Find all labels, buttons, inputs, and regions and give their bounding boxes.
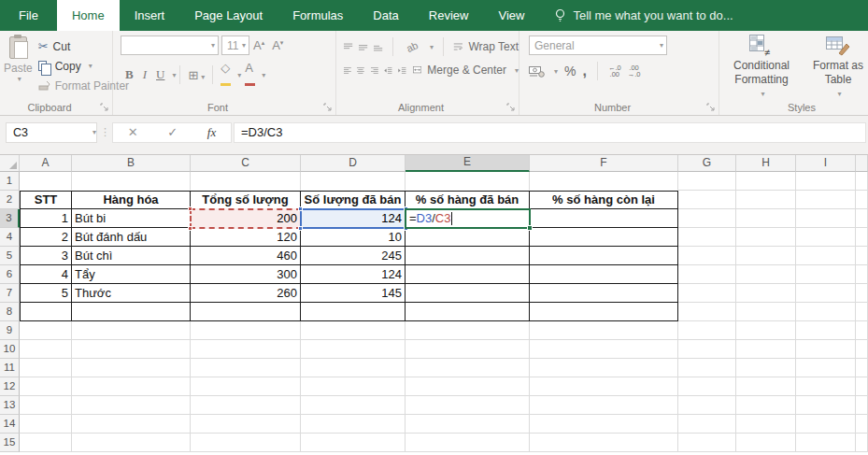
- cell-F5[interactable]: [530, 247, 678, 265]
- referenced-cell-C3[interactable]: 200: [190, 208, 302, 229]
- cell-G2[interactable]: [678, 191, 736, 209]
- cell-G13[interactable]: [678, 396, 736, 415]
- cell-F7[interactable]: [530, 284, 678, 303]
- cell-I13[interactable]: [796, 396, 856, 415]
- row-header-11[interactable]: 11: [0, 359, 20, 377]
- cell-partial-1[interactable]: [856, 172, 868, 191]
- cell-H14[interactable]: [736, 415, 796, 434]
- cell-C6[interactable]: 300: [191, 265, 301, 284]
- cell-C4[interactable]: 120: [191, 228, 301, 247]
- align-center-icon[interactable]: [357, 65, 364, 76]
- cell-partial-11[interactable]: [856, 359, 868, 377]
- row-header-13[interactable]: 13: [0, 396, 20, 415]
- row-header-7[interactable]: 7: [0, 284, 20, 303]
- insert-function-icon[interactable]: fx: [207, 125, 216, 140]
- cell-F11[interactable]: [530, 359, 678, 377]
- cell-A1[interactable]: [20, 172, 72, 191]
- cell-B1[interactable]: [72, 172, 191, 191]
- column-header-C[interactable]: C: [191, 155, 301, 172]
- cell-E1[interactable]: [406, 172, 530, 191]
- cell-D7[interactable]: 145: [301, 284, 406, 303]
- align-top-icon[interactable]: [344, 42, 353, 52]
- cell-E6[interactable]: [406, 265, 530, 284]
- cell-E15[interactable]: [406, 434, 530, 452]
- column-header-H[interactable]: H: [736, 155, 796, 172]
- cell-E2[interactable]: % số hàng đã bán: [406, 191, 530, 209]
- tab-formulas[interactable]: Formulas: [277, 0, 358, 31]
- cell-partial-3[interactable]: [856, 209, 868, 228]
- cell-A14[interactable]: [20, 415, 72, 434]
- cell-H4[interactable]: [736, 228, 796, 247]
- cell-partial-7[interactable]: [856, 284, 868, 303]
- cell-partial-8[interactable]: [856, 303, 868, 321]
- cell-E8[interactable]: [406, 303, 530, 321]
- cell-B5[interactable]: Bút chì: [72, 247, 191, 265]
- row-header-10[interactable]: 10: [0, 340, 20, 359]
- cell-partial-10[interactable]: [856, 340, 868, 359]
- row-header-3[interactable]: 3: [0, 209, 20, 228]
- font-color-button[interactable]: A: [241, 61, 259, 89]
- tab-review[interactable]: Review: [414, 0, 484, 31]
- align-left-icon[interactable]: [344, 65, 351, 76]
- cell-partial-15[interactable]: [856, 434, 868, 452]
- cell-I12[interactable]: [796, 377, 856, 396]
- comma-style-button[interactable]: ,: [582, 67, 586, 75]
- selection-handle[interactable]: [298, 206, 303, 211]
- cell-C9[interactable]: [191, 321, 301, 340]
- chevron-down-icon[interactable]: ▾: [172, 71, 176, 79]
- cell-D10[interactable]: [301, 340, 406, 359]
- cell-I15[interactable]: [796, 434, 856, 452]
- cell-F15[interactable]: [530, 434, 678, 452]
- chevron-down-icon[interactable]: ▾: [430, 43, 434, 51]
- cell-E13[interactable]: [406, 396, 530, 415]
- name-box[interactable]: C3 ▾: [6, 122, 97, 143]
- tab-insert[interactable]: Insert: [120, 0, 180, 31]
- chevron-down-icon[interactable]: ▾: [262, 71, 265, 79]
- increase-font-size-button[interactable]: A▴: [249, 38, 268, 52]
- column-header-A[interactable]: A: [20, 155, 72, 172]
- dialog-launcher-icon[interactable]: [506, 103, 515, 111]
- cell-B15[interactable]: [72, 434, 191, 452]
- cell-I4[interactable]: [796, 228, 856, 247]
- cell-C11[interactable]: [191, 359, 301, 377]
- cell-C14[interactable]: [191, 415, 301, 434]
- cell-C15[interactable]: [191, 434, 301, 452]
- font-size-combo[interactable]: 11 ▾: [221, 36, 249, 55]
- wrap-text-button[interactable]: Wrap Text: [468, 40, 519, 53]
- row-header-4[interactable]: 4: [0, 228, 20, 247]
- cell-G14[interactable]: [678, 415, 736, 434]
- cell-partial-4[interactable]: [856, 228, 868, 247]
- cell-I6[interactable]: [796, 265, 856, 284]
- cell-B13[interactable]: [72, 396, 191, 415]
- cell-B8[interactable]: [72, 303, 191, 321]
- cell-F6[interactable]: [530, 265, 678, 284]
- cell-D8[interactable]: [301, 303, 406, 321]
- fill-handle[interactable]: [527, 225, 533, 231]
- cell-A6[interactable]: 4: [20, 265, 72, 284]
- cell-E12[interactable]: [406, 377, 530, 396]
- cell-A10[interactable]: [20, 340, 72, 359]
- cell-D11[interactable]: [301, 359, 406, 377]
- cell-D5[interactable]: 245: [301, 247, 406, 265]
- cell-partial-13[interactable]: [856, 396, 868, 415]
- cell-F13[interactable]: [530, 396, 678, 415]
- cell-B4[interactable]: Bút đánh dấu: [72, 228, 191, 247]
- cell-I11[interactable]: [796, 359, 856, 377]
- cell-partial-2[interactable]: [856, 191, 868, 209]
- cell-G3[interactable]: [678, 209, 736, 228]
- cell-partial-12[interactable]: [856, 377, 868, 396]
- decrease-indent-icon[interactable]: [384, 65, 392, 76]
- decrease-decimal-button[interactable]: .00→.0: [628, 64, 641, 78]
- column-header-partial[interactable]: [856, 155, 868, 172]
- cell-H7[interactable]: [736, 284, 796, 303]
- italic-button[interactable]: I: [138, 67, 151, 82]
- cell-H15[interactable]: [736, 434, 796, 452]
- cell-A2[interactable]: STT: [20, 191, 72, 209]
- cell-C10[interactable]: [191, 340, 301, 359]
- font-name-combo[interactable]: ▾: [121, 36, 219, 55]
- cell-D15[interactable]: [301, 434, 406, 452]
- cell-I2[interactable]: [796, 191, 856, 209]
- cell-H8[interactable]: [736, 303, 796, 321]
- cell-C8[interactable]: [191, 303, 301, 321]
- column-header-F[interactable]: F: [530, 155, 678, 172]
